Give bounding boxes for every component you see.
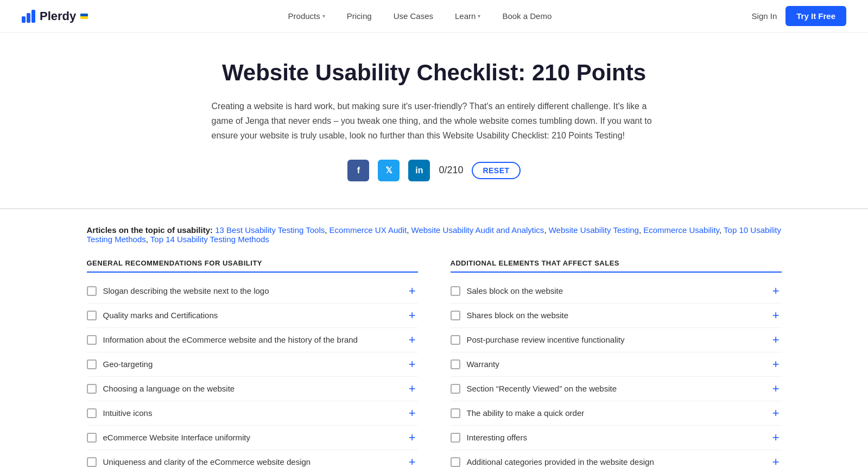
item-label: Choosing a language on the website xyxy=(103,384,235,393)
try-free-button[interactable]: Try It Free xyxy=(785,6,846,26)
twitter-share-button[interactable]: 𝕏 xyxy=(378,160,400,181)
expand-icon[interactable]: + xyxy=(407,334,418,346)
expand-icon[interactable]: + xyxy=(407,383,418,395)
item-label: Section “Recently Viewed” on the website xyxy=(467,384,617,393)
facebook-share-button[interactable]: f xyxy=(347,160,369,181)
checklist-columns: GENERAL RECOMMENDATIONS FOR USABILITY Sl… xyxy=(87,259,782,467)
article-link-2[interactable]: Website Usability Audit and Analytics xyxy=(411,225,544,235)
checkbox-right-7[interactable] xyxy=(451,457,460,467)
list-item: The ability to make a quick order + xyxy=(451,401,782,426)
item-label: The ability to make a quick order xyxy=(467,408,585,418)
reset-button[interactable]: RESET xyxy=(472,162,520,179)
expand-icon[interactable]: + xyxy=(770,285,782,297)
expand-icon[interactable]: + xyxy=(770,383,782,395)
item-label: eCommerce Website Interface uniformity xyxy=(103,433,251,442)
nav-pricing[interactable]: Pricing xyxy=(338,7,381,25)
list-item: Warranty + xyxy=(451,352,782,377)
expand-icon[interactable]: + xyxy=(770,456,782,467)
expand-icon[interactable]: + xyxy=(770,407,782,419)
checkbox-left-0[interactable] xyxy=(87,286,97,296)
expand-icon[interactable]: + xyxy=(770,334,782,346)
list-item: eCommerce Website Interface uniformity + xyxy=(87,426,418,450)
article-link-3[interactable]: Website Usability Testing xyxy=(549,225,639,235)
expand-icon[interactable]: + xyxy=(407,432,418,444)
item-label: Quality marks and Certifications xyxy=(103,311,218,320)
nav-book-demo[interactable]: Book a Demo xyxy=(493,7,560,25)
checkbox-left-2[interactable] xyxy=(87,335,97,345)
expand-icon[interactable]: + xyxy=(407,285,418,297)
left-column: GENERAL RECOMMENDATIONS FOR USABILITY Sl… xyxy=(87,259,418,467)
list-item: Post-purchase review incentive functiona… xyxy=(451,328,782,352)
list-item: Intuitive icons + xyxy=(87,401,418,426)
item-label: Sales block on the website xyxy=(467,286,563,295)
nav-learn[interactable]: Learn ▾ xyxy=(446,7,489,25)
expand-icon[interactable]: + xyxy=(407,456,418,467)
checkbox-right-6[interactable] xyxy=(451,433,460,443)
articles-section: Articles on the topic of usability: 13 B… xyxy=(87,225,782,244)
left-checklist: Slogan describing the website next to th… xyxy=(87,279,418,467)
chevron-down-icon: ▾ xyxy=(478,13,480,19)
nav-actions: Sign In Try It Free xyxy=(752,6,846,26)
chevron-down-icon: ▾ xyxy=(322,13,325,19)
checkbox-left-5[interactable] xyxy=(87,408,97,418)
right-checklist: Sales block on the website + Shares bloc… xyxy=(451,279,782,467)
navbar: Plerdy Products ▾ Pricing Use Cases Lear… xyxy=(0,0,868,33)
hero-section: Website Usability Checklist: 210 Points … xyxy=(190,33,679,209)
expand-icon[interactable]: + xyxy=(407,310,418,321)
linkedin-share-button[interactable]: in xyxy=(408,160,430,181)
checkbox-left-1[interactable] xyxy=(87,311,97,320)
item-label: Interesting offers xyxy=(467,433,527,442)
left-section-title: GENERAL RECOMMENDATIONS FOR USABILITY xyxy=(87,259,418,273)
right-column: ADDITIONAL ELEMENTS THAT AFFECT SALES Sa… xyxy=(451,259,782,467)
item-label: Information about the eCommerce website … xyxy=(103,335,358,344)
item-label: Post-purchase review incentive functiona… xyxy=(467,335,625,344)
checkbox-left-3[interactable] xyxy=(87,359,97,369)
list-item: Section “Recently Viewed” on the website… xyxy=(451,377,782,401)
main-content: Articles on the topic of usability: 13 B… xyxy=(54,209,814,467)
expand-icon[interactable]: + xyxy=(407,407,418,419)
article-link-6[interactable]: Top 14 Usability Testing Methods xyxy=(150,235,269,244)
logo-icon xyxy=(22,10,35,23)
list-item: Uniqueness and clarity of the eCommerce … xyxy=(87,450,418,467)
item-label: Intuitive icons xyxy=(103,408,153,418)
checkbox-left-7[interactable] xyxy=(87,457,97,467)
expand-icon[interactable]: + xyxy=(407,358,418,370)
expand-icon[interactable]: + xyxy=(770,310,782,321)
checkbox-right-4[interactable] xyxy=(451,384,460,394)
list-item: Quality marks and Certifications + xyxy=(87,304,418,328)
list-item: Shares block on the website + xyxy=(451,304,782,328)
list-item: Interesting offers + xyxy=(451,426,782,450)
signin-button[interactable]: Sign In xyxy=(752,11,777,21)
checkbox-left-4[interactable] xyxy=(87,384,97,394)
checkbox-right-2[interactable] xyxy=(451,335,460,345)
share-row: f 𝕏 in 0/210 RESET xyxy=(212,160,657,181)
logo[interactable]: Plerdy xyxy=(22,9,88,23)
checklist-counter: 0/210 xyxy=(439,165,463,176)
right-section-title: ADDITIONAL ELEMENTS THAT AFFECT SALES xyxy=(451,259,782,273)
checkbox-right-5[interactable] xyxy=(451,408,460,418)
checkbox-left-6[interactable] xyxy=(87,433,97,443)
nav-products[interactable]: Products ▾ xyxy=(280,7,334,25)
list-item: Slogan describing the website next to th… xyxy=(87,279,418,304)
list-item: Geo-targeting + xyxy=(87,352,418,377)
hero-description: Creating a website is hard work, but mak… xyxy=(212,99,657,143)
item-label: Slogan describing the website next to th… xyxy=(103,286,269,295)
item-label: Additional categories provided in the we… xyxy=(467,457,654,466)
checkbox-right-3[interactable] xyxy=(451,359,460,369)
nav-use-cases[interactable]: Use Cases xyxy=(385,7,442,25)
expand-icon[interactable]: + xyxy=(770,432,782,444)
ukraine-flag xyxy=(80,14,88,19)
checkbox-right-1[interactable] xyxy=(451,311,460,320)
article-link-4[interactable]: Ecommerce Usability xyxy=(643,225,719,235)
item-label: Geo-targeting xyxy=(103,359,153,369)
page-title: Website Usability Checklist: 210 Points xyxy=(212,60,657,86)
logo-text: Plerdy xyxy=(40,9,76,23)
checkbox-right-0[interactable] xyxy=(451,286,460,296)
article-link-1[interactable]: Ecommerce UX Audit xyxy=(330,225,407,235)
expand-icon[interactable]: + xyxy=(770,358,782,370)
articles-prefix: Articles on the topic of usability: xyxy=(87,225,213,235)
list-item: Sales block on the website + xyxy=(451,279,782,304)
list-item: Additional categories provided in the we… xyxy=(451,450,782,467)
article-link-0[interactable]: 13 Best Usability Testing Tools xyxy=(215,225,325,235)
list-item: Choosing a language on the website + xyxy=(87,377,418,401)
